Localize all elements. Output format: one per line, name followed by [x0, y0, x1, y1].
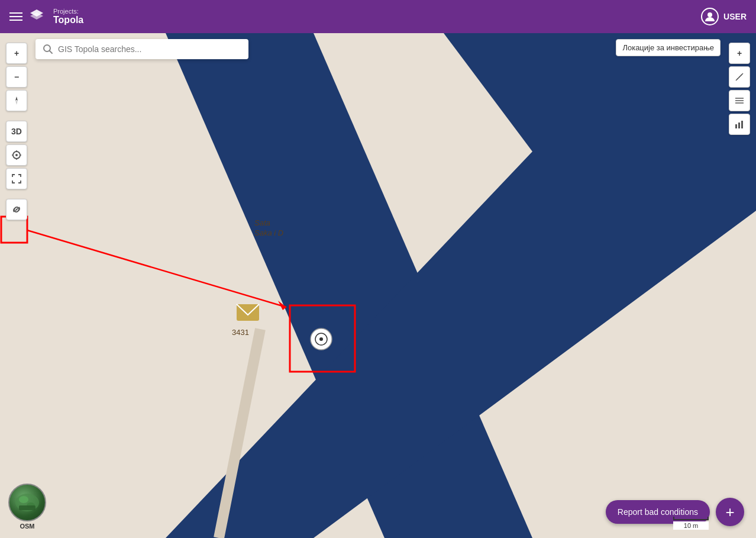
zoom-out-button[interactable]: −: [6, 66, 27, 88]
project-prefix: Projects:: [53, 8, 83, 15]
link-button[interactable]: [6, 199, 27, 220]
svg-text:Sata: Sata: [254, 218, 270, 227]
search-bar[interactable]: [35, 39, 248, 59]
compass-button[interactable]: [6, 90, 27, 111]
svg-rect-36: [741, 121, 743, 128]
svg-text:Saka i D: Saka i D: [254, 228, 283, 237]
scale-text: 10 m: [673, 521, 709, 530]
svg-line-29: [739, 76, 740, 78]
svg-marker-19: [15, 96, 18, 101]
layers-stack-button[interactable]: [729, 90, 750, 111]
svg-rect-34: [735, 124, 737, 128]
svg-text:3431: 3431: [232, 328, 249, 337]
ruler-button[interactable]: [729, 66, 750, 88]
locate-button[interactable]: [6, 144, 27, 166]
svg-point-2: [707, 12, 712, 17]
search-icon: [43, 44, 53, 54]
svg-point-38: [19, 496, 28, 503]
zoom-in-button[interactable]: +: [6, 43, 27, 64]
scale-line-fixed: [673, 517, 709, 520]
osm-badge[interactable]: OSM: [8, 484, 46, 530]
right-zoom-in-button[interactable]: +: [729, 43, 750, 64]
map-canvas: Sata Saka i D 3431: [0, 33, 756, 538]
svg-point-22: [15, 154, 18, 156]
user-name-label: USER: [723, 12, 747, 21]
svg-rect-40: [19, 505, 35, 510]
svg-point-13: [319, 337, 323, 341]
add-button[interactable]: +: [716, 498, 744, 526]
osm-text: OSM: [8, 523, 46, 530]
svg-line-28: [737, 78, 738, 79]
user-section[interactable]: USER: [701, 8, 747, 25]
map-container[interactable]: Sata Saka i D 3431: [0, 33, 756, 538]
layers-icon[interactable]: [30, 9, 44, 24]
svg-line-18: [50, 51, 53, 54]
right-toolbar: +: [729, 43, 750, 135]
app-header: Projects: Topola USER: [0, 0, 756, 33]
svg-rect-35: [738, 123, 740, 128]
user-avatar-icon: [701, 8, 719, 25]
svg-line-30: [741, 75, 742, 76]
scale-bar-fixed: 10 m: [673, 517, 709, 530]
fullscreen-button[interactable]: [6, 168, 27, 189]
osm-circle: [8, 484, 46, 521]
tooltip-text: Локације за инвестирање: [622, 43, 714, 52]
project-name: Topola: [53, 15, 83, 25]
search-input[interactable]: [58, 44, 241, 54]
tooltip-label: Локације за инвестирање: [616, 39, 721, 56]
3d-button[interactable]: 3D: [6, 121, 27, 142]
svg-marker-20: [15, 101, 18, 105]
left-toolbar: + − 3D: [6, 43, 27, 220]
project-info: Projects: Topola: [53, 8, 83, 25]
chart-button[interactable]: [729, 114, 750, 135]
menu-button[interactable]: [9, 12, 22, 21]
